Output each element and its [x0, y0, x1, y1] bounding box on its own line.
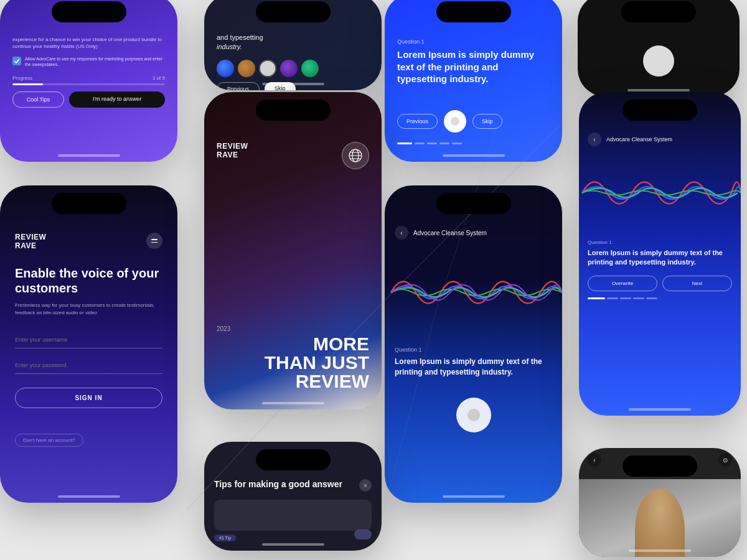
next-button[interactable]: Next — [662, 276, 732, 291]
phone2-text: and typesettingindustry. — [217, 33, 369, 52]
home-indicator — [629, 549, 691, 552]
dot-4 — [439, 142, 449, 144]
menu-icon[interactable] — [146, 233, 162, 249]
previous-button[interactable]: Previous — [397, 114, 438, 129]
audio-wave-area — [385, 246, 562, 339]
signin-button[interactable]: SIGN IN — [15, 388, 162, 408]
record-circle — [643, 45, 674, 77]
brand-line2: RAVE — [15, 241, 46, 250]
avatar-4 — [301, 60, 319, 77]
progress-label: Progress — [12, 75, 32, 81]
year: 2023 — [217, 325, 369, 332]
nav-row: Previous Skip — [397, 110, 550, 133]
dot-3 — [427, 142, 437, 144]
checkbox[interactable] — [12, 57, 21, 65]
question-text: Lorem Ipsum is simply dummy text of the … — [397, 49, 550, 85]
record-button[interactable] — [456, 398, 491, 432]
overwrite-button[interactable]: Overwrite — [588, 276, 657, 291]
audio-wave-area — [579, 152, 741, 233]
question-area: Question 1 Lorem Ipsum is simply dummy t… — [385, 339, 562, 398]
big-text-line2: THAN JUST — [217, 353, 369, 372]
action-buttons: Overwrite Next — [588, 276, 732, 291]
checkbox-label: Allow AdvoCare to use my responses for m… — [25, 56, 165, 67]
header: ‹ Advocare Cleanse System ⊙ — [579, 453, 741, 467]
ready-button[interactable]: I'm ready to answer — [69, 91, 165, 108]
previous-button[interactable]: Previous — [217, 82, 260, 90]
home-indicator — [629, 408, 691, 411]
dot-2 — [415, 142, 425, 144]
avatar-row — [217, 60, 369, 77]
checkbox-row: Allow AdvoCare to use my responses for m… — [12, 56, 165, 67]
home-indicator — [627, 89, 690, 91]
back-button[interactable]: ‹ — [588, 453, 601, 467]
home-indicator — [58, 495, 120, 498]
dot-2 — [620, 297, 631, 299]
progress-value: 1 of 5 — [153, 75, 165, 81]
header: ‹ Advocare Cleanse System — [579, 126, 741, 152]
no-account-link[interactable]: Don't have an account? — [15, 434, 83, 447]
password-input[interactable] — [15, 357, 162, 374]
subtext: Frictionless way for your busy customers… — [15, 302, 162, 317]
dot-3 — [633, 297, 644, 299]
record-button[interactable] — [444, 110, 466, 133]
phone-advocare-audio-right: ‹ Advocare Cleanse System Question 1 Lor… — [579, 92, 741, 416]
bottom-text: 2023 MORE THAN JUST REVIEW — [217, 325, 369, 391]
advocare-small-text: experience for a chance to win your choi… — [12, 36, 165, 50]
progress-dots — [397, 142, 550, 144]
question-label: Question 1 — [397, 39, 550, 45]
brand-line2: RAVE — [217, 151, 248, 159]
cool-tips-button[interactable]: Cool Tips — [12, 91, 64, 108]
phone-advocare-audio-wave: ‹ Advocare Cleanse System — [385, 185, 562, 503]
avatar-2 — [238, 60, 255, 77]
username-input[interactable] — [15, 332, 162, 348]
back-button[interactable]: ‹ — [588, 133, 601, 146]
progress-bar — [12, 83, 165, 85]
phone-dark-circle — [578, 0, 740, 96]
big-text: MORE THAN JUST REVIEW — [217, 335, 369, 391]
avatar-1 — [217, 60, 234, 77]
tips-title: Tips for making a good answer — [214, 479, 359, 490]
progress-dots — [588, 297, 732, 299]
home-indicator — [443, 154, 505, 157]
question-text: Lorem Ipsum is simply dummy text of the … — [588, 248, 732, 267]
toggle[interactable] — [354, 530, 372, 539]
close-button[interactable]: × — [359, 479, 372, 492]
action-buttons: Cool Tips I'm ready to answer — [12, 91, 165, 108]
phone-tips: Tips for making a good answer × #1 Tip — [204, 442, 382, 551]
heading: Enable the voice of your customers — [15, 266, 162, 296]
close-icon: × — [364, 482, 367, 489]
skip-button[interactable]: Skip — [472, 114, 502, 129]
avatar-3 — [280, 60, 298, 77]
home-indicator — [443, 495, 505, 498]
dot-4 — [646, 297, 657, 299]
home-indicator — [262, 543, 324, 546]
tip-badge: #1 Tip — [214, 534, 236, 541]
header-row: Tips for making a good answer × — [214, 479, 372, 495]
home-indicator — [58, 154, 120, 157]
globe-icon — [342, 142, 369, 169]
dot-5 — [452, 142, 462, 144]
brand-line1: REVIEW — [15, 233, 46, 241]
dot-active — [588, 297, 605, 299]
dot-1 — [397, 142, 412, 144]
progress-section: Progress 1 of 5 — [12, 75, 165, 85]
phone-advocare-survey: experience for a chance to win your choi… — [0, 0, 177, 162]
home-indicator — [262, 402, 324, 404]
header: ‹ Advocare Cleanse System — [385, 220, 562, 246]
camera-button[interactable]: ⊙ — [718, 453, 732, 467]
tip-card-1 — [214, 500, 372, 531]
big-text-line1: MORE — [217, 335, 369, 353]
phone-review-rave-avatars: and typesettingindustry. Previous Skip — [204, 0, 382, 90]
back-button[interactable]: ‹ — [395, 226, 408, 240]
brand-line1: REVIEW — [217, 142, 248, 151]
dot-1 — [607, 297, 618, 299]
question-label: Question 1 — [588, 240, 732, 245]
question-area: Question 1 Lorem Ipsum is simply dummy t… — [579, 233, 741, 306]
progress-fill — [12, 83, 43, 85]
phone-question-blue: Question 1 Lorem Ipsum is simply dummy t… — [385, 0, 562, 162]
phone-review-rave-splash: REVIEW RAVE 2023 MORE THAN JUST REVIEW — [204, 92, 382, 409]
header-title: Advocare Cleanse System — [413, 230, 487, 236]
avatar-selected — [259, 60, 276, 77]
menu-line-1 — [151, 239, 157, 240]
brand: REVIEW RAVE — [15, 233, 162, 251]
